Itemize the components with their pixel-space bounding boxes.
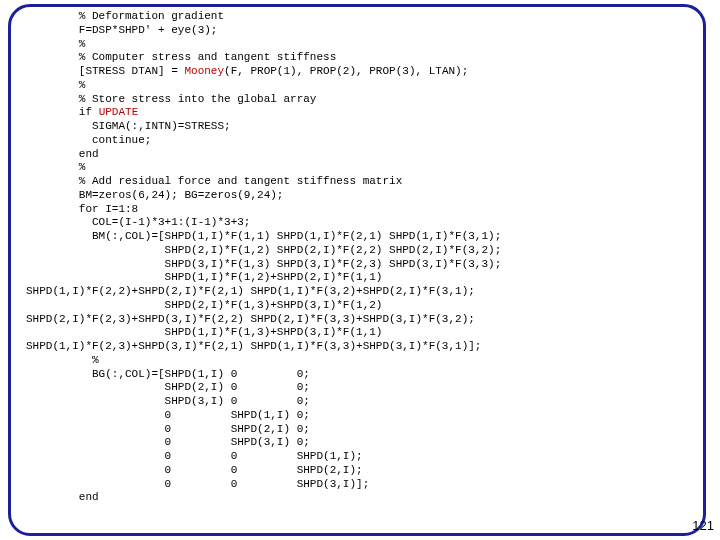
code-line: if bbox=[26, 106, 99, 118]
code-line: 0 SHPD(1,I) 0; bbox=[26, 409, 310, 421]
code-keyword: Mooney bbox=[184, 65, 224, 77]
code-line: end bbox=[26, 491, 99, 503]
code-line: 0 SHPD(3,I) 0; bbox=[26, 436, 310, 448]
slide: % Deformation gradient F=DSP*SHPD' + eye… bbox=[0, 0, 720, 540]
code-line: end bbox=[26, 148, 99, 160]
code-line: SHPD(2,I) 0 0; bbox=[26, 381, 310, 393]
code-line: BM(:,COL)=[SHPD(1,I)*F(1,1) SHPD(1,I)*F(… bbox=[26, 230, 501, 242]
code-line: SHPD(2,I)*F(1,2) SHPD(2,I)*F(2,2) SHPD(2… bbox=[26, 244, 501, 256]
code-line: % bbox=[26, 38, 85, 50]
code-line: % bbox=[26, 79, 85, 91]
code-line: 0 0 SHPD(3,I)]; bbox=[26, 478, 369, 490]
code-line: BM=zeros(6,24); BG=zeros(9,24); bbox=[26, 189, 283, 201]
code-line: SHPD(3,I)*F(1,3) SHPD(3,I)*F(2,3) SHPD(3… bbox=[26, 258, 501, 270]
code-line: SHPD(2,I)*F(1,3)+SHPD(3,I)*F(1,2) bbox=[26, 299, 382, 311]
code-line: % Add residual force and tangent stiffne… bbox=[26, 175, 402, 187]
code-line: 0 0 SHPD(2,I); bbox=[26, 464, 363, 476]
code-line: for I=1:8 bbox=[26, 203, 138, 215]
code-block: % Deformation gradient F=DSP*SHPD' + eye… bbox=[26, 10, 696, 526]
code-line: SIGMA(:,INTN)=STRESS; bbox=[26, 120, 231, 132]
code-line: % bbox=[26, 354, 99, 366]
code-line: SHPD(1,I)*F(2,3)+SHPD(3,I)*F(2,1) SHPD(1… bbox=[26, 340, 481, 352]
code-line: (F, PROP(1), PROP(2), PROP(3), LTAN); bbox=[224, 65, 468, 77]
code-line: SHPD(1,I)*F(2,2)+SHPD(2,I)*F(2,1) SHPD(1… bbox=[26, 285, 475, 297]
code-line: 0 0 SHPD(1,I); bbox=[26, 450, 363, 462]
page-number: 121 bbox=[692, 518, 714, 534]
code-line: [STRESS DTAN] = bbox=[26, 65, 184, 77]
code-line: 0 SHPD(2,I) 0; bbox=[26, 423, 310, 435]
code-line: SHPD(3,I) 0 0; bbox=[26, 395, 310, 407]
code-line: SHPD(1,I)*F(1,2)+SHPD(2,I)*F(1,1) bbox=[26, 271, 382, 283]
code-line: F=DSP*SHPD' + eye(3); bbox=[26, 24, 217, 36]
code-line: % Deformation gradient bbox=[26, 10, 224, 22]
code-keyword: UPDATE bbox=[99, 106, 139, 118]
code-line: % Store stress into the global array bbox=[26, 93, 316, 105]
code-line: continue; bbox=[26, 134, 151, 146]
code-line: COL=(I-1)*3+1:(I-1)*3+3; bbox=[26, 216, 250, 228]
code-line: % bbox=[26, 161, 85, 173]
code-line: BG(:,COL)=[SHPD(1,I) 0 0; bbox=[26, 368, 310, 380]
code-line: SHPD(1,I)*F(1,3)+SHPD(3,I)*F(1,1) bbox=[26, 326, 382, 338]
code-line: SHPD(2,I)*F(2,3)+SHPD(3,I)*F(2,2) SHPD(2… bbox=[26, 313, 475, 325]
code-line: % Computer stress and tangent stiffness bbox=[26, 51, 336, 63]
